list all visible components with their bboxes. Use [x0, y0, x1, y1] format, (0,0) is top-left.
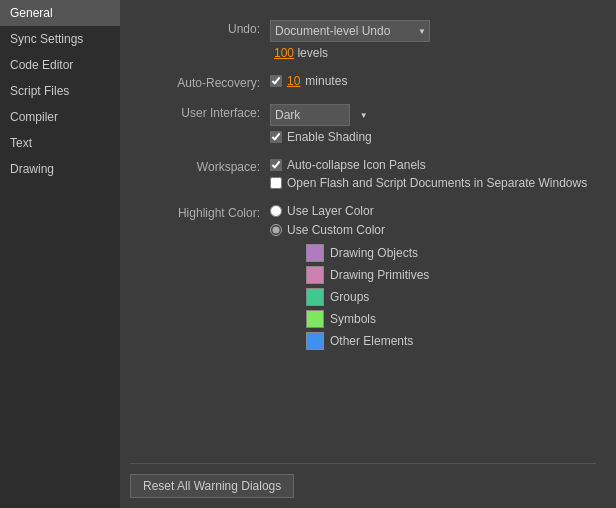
- use-custom-row: Use Custom Color: [270, 223, 429, 237]
- undo-controls: Document-level Undo Object-level Undo 10…: [270, 20, 430, 60]
- auto-recovery-row: Auto-Recovery: 10 minutes: [130, 74, 596, 90]
- sidebar-item-label: Drawing: [10, 162, 54, 176]
- sidebar-item-label: Text: [10, 136, 32, 150]
- enable-shading-row: Enable Shading: [270, 130, 372, 144]
- drawing-primitives-row: Drawing Primitives: [306, 266, 429, 284]
- sidebar-item-sync-settings[interactable]: Sync Settings: [0, 26, 120, 52]
- form-section: Undo: Document-level Undo Object-level U…: [130, 20, 596, 443]
- ui-select-wrap: Dark Light: [270, 104, 372, 126]
- sidebar-item-label: Script Files: [10, 84, 69, 98]
- sidebar-item-label: Compiler: [10, 110, 58, 124]
- enable-shading-checkbox[interactable]: [270, 131, 282, 143]
- sidebar: General Sync Settings Code Editor Script…: [0, 0, 120, 508]
- highlight-controls: Use Layer Color Use Custom Color Drawing…: [270, 204, 429, 350]
- auto-recovery-minutes: 10: [287, 74, 300, 88]
- open-flash-row: Open Flash and Script Documents in Separ…: [270, 176, 587, 190]
- auto-recovery-minutes-suffix: minutes: [305, 74, 347, 88]
- auto-recovery-label: Auto-Recovery:: [130, 74, 270, 90]
- use-layer-label: Use Layer Color: [287, 204, 374, 218]
- undo-row: Undo: Document-level Undo Object-level U…: [130, 20, 596, 60]
- workspace-controls: Auto-collapse Icon Panels Open Flash and…: [270, 158, 587, 190]
- sidebar-item-script-files[interactable]: Script Files: [0, 78, 120, 104]
- symbols-row: Symbols: [306, 310, 429, 328]
- groups-label: Groups: [330, 290, 369, 304]
- custom-color-options: Drawing Objects Drawing Primitives Group…: [288, 244, 429, 350]
- undo-levels-suffix: levels: [297, 46, 328, 60]
- other-elements-row: Other Elements: [306, 332, 429, 350]
- sidebar-item-compiler[interactable]: Compiler: [0, 104, 120, 130]
- enable-shading-label: Enable Shading: [287, 130, 372, 144]
- sidebar-item-label: General: [10, 6, 53, 20]
- groups-swatch[interactable]: [306, 288, 324, 306]
- auto-collapse-row: Auto-collapse Icon Panels: [270, 158, 587, 172]
- symbols-label: Symbols: [330, 312, 376, 326]
- use-custom-label: Use Custom Color: [287, 223, 385, 237]
- undo-levels-value: 100: [274, 46, 294, 60]
- other-elements-swatch[interactable]: [306, 332, 324, 350]
- undo-select-wrap: Document-level Undo Object-level Undo: [270, 20, 430, 42]
- auto-recovery-checkbox-row: 10 minutes: [270, 74, 347, 88]
- sidebar-item-code-editor[interactable]: Code Editor: [0, 52, 120, 78]
- workspace-row: Workspace: Auto-collapse Icon Panels Ope…: [130, 158, 596, 190]
- auto-collapse-label: Auto-collapse Icon Panels: [287, 158, 426, 172]
- ui-dropdown[interactable]: Dark Light: [270, 104, 350, 126]
- main-content: Undo: Document-level Undo Object-level U…: [120, 0, 616, 508]
- open-flash-checkbox[interactable]: [270, 177, 282, 189]
- use-layer-radio[interactable]: [270, 205, 282, 217]
- reset-button[interactable]: Reset All Warning Dialogs: [130, 474, 294, 498]
- undo-label: Undo:: [130, 20, 270, 36]
- highlight-color-row: Highlight Color: Use Layer Color Use Cus…: [130, 204, 596, 350]
- open-flash-label: Open Flash and Script Documents in Separ…: [287, 176, 587, 190]
- symbols-swatch[interactable]: [306, 310, 324, 328]
- user-interface-label: User Interface:: [130, 104, 270, 120]
- other-elements-label: Other Elements: [330, 334, 413, 348]
- drawing-objects-row: Drawing Objects: [306, 244, 429, 262]
- undo-dropdown[interactable]: Document-level Undo Object-level Undo: [270, 20, 430, 42]
- undo-levels-row: 100 levels: [270, 46, 430, 60]
- undo-select-wrapper: Document-level Undo Object-level Undo: [270, 20, 430, 42]
- sidebar-item-text[interactable]: Text: [0, 130, 120, 156]
- use-layer-row: Use Layer Color: [270, 204, 429, 218]
- workspace-label: Workspace:: [130, 158, 270, 174]
- auto-recovery-controls: 10 minutes: [270, 74, 347, 88]
- sidebar-item-label: Sync Settings: [10, 32, 83, 46]
- sidebar-item-drawing[interactable]: Drawing: [0, 156, 120, 182]
- auto-collapse-checkbox[interactable]: [270, 159, 282, 171]
- ui-controls: Dark Light Enable Shading: [270, 104, 372, 144]
- use-custom-radio[interactable]: [270, 224, 282, 236]
- groups-row: Groups: [306, 288, 429, 306]
- highlight-color-label: Highlight Color:: [130, 204, 270, 220]
- sidebar-item-label: Code Editor: [10, 58, 73, 72]
- drawing-objects-label: Drawing Objects: [330, 246, 418, 260]
- sidebar-item-general[interactable]: General: [0, 0, 120, 26]
- user-interface-row: User Interface: Dark Light Enable Shadin…: [130, 104, 596, 144]
- drawing-primitives-swatch[interactable]: [306, 266, 324, 284]
- drawing-objects-swatch[interactable]: [306, 244, 324, 262]
- drawing-primitives-label: Drawing Primitives: [330, 268, 429, 282]
- auto-recovery-checkbox[interactable]: [270, 75, 282, 87]
- bottom-section: Reset All Warning Dialogs: [130, 463, 596, 498]
